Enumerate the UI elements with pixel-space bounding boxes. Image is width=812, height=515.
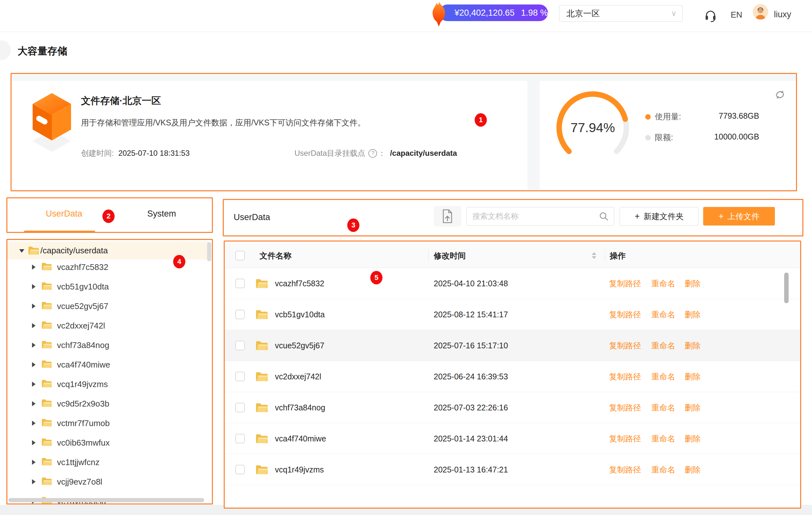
tree-item[interactable]: vctmr7f7umob — [7, 413, 205, 433]
tree-vertical-scrollbar[interactable] — [207, 242, 211, 261]
tree-item-label: vc2dxxej742l — [57, 321, 105, 330]
caret-right-icon[interactable] — [32, 265, 35, 270]
caret-right-icon[interactable] — [32, 479, 35, 484]
file-name[interactable]: vchf73a84nog — [275, 403, 325, 412]
tree-item[interactable]: vchf73a84nog — [7, 335, 205, 355]
tree-item[interactable]: vca4f740miwe — [7, 355, 205, 374]
search-icon[interactable] — [599, 211, 609, 221]
delete-link[interactable]: 删除 — [685, 340, 701, 351]
caret-right-icon[interactable] — [32, 304, 35, 309]
file-name[interactable]: vcue52gv5j67 — [275, 341, 324, 350]
tree-item[interactable]: vc1ttjjwfcnz — [7, 452, 205, 472]
caret-right-icon[interactable] — [32, 460, 35, 465]
upload-file-button[interactable]: + 上传文件 — [703, 207, 775, 225]
delete-link[interactable]: 删除 — [685, 402, 701, 413]
tree-item[interactable]: vcq1r49jvzms — [7, 374, 205, 394]
rename-link[interactable]: 重命名 — [651, 371, 675, 382]
refresh-icon[interactable] — [774, 89, 786, 101]
used-legend-dot — [645, 114, 651, 120]
rename-link[interactable]: 重命名 — [651, 402, 675, 413]
tab-system[interactable]: System — [122, 209, 202, 219]
copy-path-link[interactable]: 复制路径 — [609, 371, 641, 382]
upload-task-button[interactable] — [434, 206, 461, 226]
caret-right-icon[interactable] — [32, 440, 35, 445]
rename-link[interactable]: 重命名 — [651, 309, 675, 320]
file-name[interactable]: vca4f740miwe — [275, 434, 326, 443]
folder-icon — [41, 477, 52, 485]
caret-right-icon[interactable] — [32, 401, 35, 406]
select-all-checkbox[interactable] — [235, 251, 245, 261]
table-row[interactable]: vca4f740miwe 2025-01-14 23:01:44 复制路径 重命… — [224, 423, 801, 454]
tree-item-label: vc0ib63mwfux — [57, 437, 110, 448]
table-row[interactable]: vcq1r49jvzms 2025-01-13 16:47:21 复制路径 重命… — [224, 454, 801, 485]
folder-icon — [256, 372, 268, 382]
file-name[interactable]: vcb51gv10dta — [275, 310, 325, 319]
copy-path-link[interactable]: 复制路径 — [609, 402, 641, 413]
sort-control[interactable] — [592, 252, 596, 259]
tree-item[interactable]: vcue52gv5j67 — [7, 296, 205, 316]
user-avatar[interactable] — [753, 4, 768, 20]
tree-horizontal-scrollbar[interactable] — [8, 498, 204, 502]
delete-link[interactable]: 删除 — [685, 309, 701, 320]
copy-path-link[interactable]: 复制路径 — [609, 278, 641, 289]
delete-link[interactable]: 删除 — [685, 433, 701, 444]
row-checkbox[interactable] — [235, 465, 245, 474]
caret-right-icon[interactable] — [32, 342, 35, 348]
tree-root-item[interactable]: /capacity/userdata — [7, 242, 209, 260]
tree-item[interactable]: vcb51gv10dta — [7, 277, 205, 296]
rename-link[interactable]: 重命名 — [651, 433, 675, 444]
row-checkbox[interactable] — [235, 403, 245, 412]
created-value: 2025-07-10 18:31:53 — [118, 149, 190, 158]
usage-percent: 77.94% — [551, 86, 634, 169]
caret-right-icon[interactable] — [32, 362, 35, 367]
delete-link[interactable]: 删除 — [685, 464, 701, 475]
row-checkbox[interactable] — [235, 372, 245, 381]
rename-link[interactable]: 重命名 — [651, 278, 675, 289]
language-toggle[interactable]: EN — [731, 10, 742, 20]
tree-item[interactable]: vcazhf7c5832 — [7, 257, 205, 277]
copy-path-link[interactable]: 复制路径 — [609, 309, 641, 320]
caret-right-icon[interactable] — [32, 323, 35, 328]
row-checkbox[interactable] — [235, 279, 245, 288]
file-name[interactable]: vcq1r49jvzms — [275, 465, 324, 474]
row-checkbox[interactable] — [235, 341, 245, 350]
region-selector[interactable]: 北京一区 ∨ — [559, 5, 683, 22]
delete-link[interactable]: 删除 — [685, 371, 701, 382]
copy-path-link[interactable]: 复制路径 — [609, 433, 641, 444]
copy-path-link[interactable]: 复制路径 — [609, 464, 641, 475]
tree-item[interactable]: vc2dxxej742l — [7, 316, 205, 335]
help-icon[interactable]: ? — [368, 149, 377, 158]
caret-right-icon[interactable] — [32, 421, 35, 426]
row-checkbox[interactable] — [235, 310, 245, 319]
tab-userdata[interactable]: UserData — [24, 209, 104, 219]
tree-item[interactable]: vcjj9evz7o8l — [7, 472, 205, 491]
caret-down-icon[interactable] — [19, 249, 24, 253]
caret-right-icon[interactable] — [32, 382, 35, 387]
search-input[interactable] — [472, 212, 599, 221]
delete-link[interactable]: 删除 — [685, 278, 701, 289]
rename-link[interactable]: 重命名 — [651, 464, 675, 475]
tree-item-label: vcazhf7c5832 — [57, 262, 108, 272]
created-time-row: 创建时间: 2025-07-10 18:31:53 — [81, 148, 190, 158]
used-label: 使用量: — [655, 111, 681, 122]
table-row[interactable]: vc2dxxej742l 2025-06-24 16:39:53 复制路径 重命… — [224, 361, 801, 392]
cost-savings-pill[interactable]: ¥20,402,120.65 1.98 % — [439, 4, 548, 21]
username-label[interactable]: liuxy — [774, 9, 791, 20]
table-row[interactable]: vchf73a84nog 2025-07-03 22:26:16 复制路径 重命… — [224, 392, 801, 423]
row-checkbox[interactable] — [235, 434, 245, 443]
folder-icon — [41, 457, 52, 466]
table-vertical-scrollbar[interactable] — [784, 273, 789, 303]
caret-right-icon[interactable] — [32, 284, 35, 289]
table-row[interactable]: vcazhf7c5832 2025-04-10 21:03:48 复制路径 重命… — [224, 268, 801, 299]
table-row[interactable]: vcue52gv5j67 2025-07-16 15:17:10 复制路径 重命… — [224, 330, 801, 361]
modified-time: 2025-01-13 16:47:21 — [434, 465, 508, 474]
table-row[interactable]: vcb51gv10dta 2025-08-12 15:41:17 复制路径 重命… — [224, 299, 801, 330]
rename-link[interactable]: 重命名 — [651, 340, 675, 351]
file-name[interactable]: vcazhf7c5832 — [275, 279, 324, 288]
tree-item[interactable]: vc9d5r2x9o3b — [7, 394, 205, 413]
file-name[interactable]: vc2dxxej742l — [275, 372, 321, 381]
support-headset-icon[interactable] — [703, 8, 718, 22]
tree-item[interactable]: vc0ib63mwfux — [7, 433, 205, 452]
copy-path-link[interactable]: 复制路径 — [609, 340, 641, 351]
new-folder-button[interactable]: + 新建文件夹 — [620, 207, 699, 225]
